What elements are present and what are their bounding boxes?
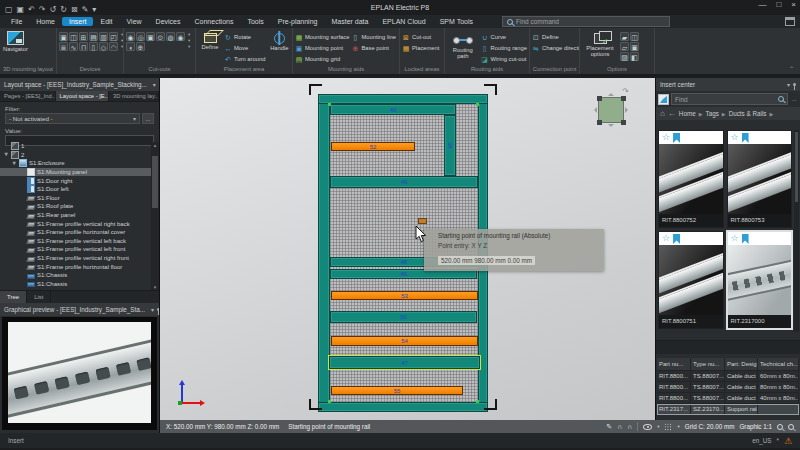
language[interactable]: en_US	[752, 437, 771, 444]
ribbon-tool-icon[interactable]: ◫	[630, 32, 639, 41]
object-snap-icon[interactable]: ∩	[627, 423, 632, 430]
grid-size[interactable]: Grid C: 20.00 mm	[685, 423, 735, 430]
tree-item-s1-frame-profile-vertical-right-back[interactable]: S1:Frame profile vertical right back	[0, 219, 151, 228]
breadcrumb-item-home[interactable]: Home	[679, 110, 696, 117]
ribbon-tool-icon[interactable]: ◉	[176, 32, 185, 41]
tab-tree[interactable]: Tree	[0, 291, 27, 303]
mounting-rail-53[interactable]: 53	[331, 291, 478, 300]
navcube-handle[interactable]	[621, 96, 626, 101]
tab-list[interactable]: List	[27, 291, 51, 303]
mounting-rail-52[interactable]: 52	[331, 142, 415, 151]
ribbon-tool-icon[interactable]: ◠	[109, 42, 118, 51]
table-row[interactable]: RIT.8800...TS.88007...Cable duct80mm x 8…	[657, 382, 799, 393]
redo-list-icon[interactable]: ↻	[60, 5, 67, 14]
bookmark-icon[interactable]	[673, 234, 680, 244]
menu-item-insert[interactable]: Insert	[62, 17, 94, 26]
part-card-rit-8800753[interactable]: ☆RIT.8800753	[727, 130, 793, 228]
navcube-handle[interactable]	[597, 120, 602, 125]
ribbon-button-turn-around[interactable]: ↶Turn around	[224, 54, 265, 64]
duct-40[interactable]: 40	[330, 104, 456, 115]
breadcrumb-item-tags[interactable]: Tags	[706, 110, 719, 117]
ribbon-tool-icon[interactable]: ⊙	[156, 32, 165, 41]
filter-dropdown[interactable]: - Not activated - ▾	[5, 113, 140, 124]
edit-icon[interactable]: ✎	[82, 5, 89, 14]
ribbon-button-mounting-point[interactable]: ▣Mounting point	[295, 43, 349, 53]
navcube-handle[interactable]	[621, 120, 626, 125]
insert-center-search-input[interactable]: Find	[671, 93, 788, 105]
ribbon-tool-icon[interactable]: ▥	[99, 32, 108, 41]
minimize-button[interactable]: —	[758, 0, 766, 9]
visibility-icon[interactable]	[643, 424, 652, 430]
ribbon-button-placement[interactable]: ▦Placement	[402, 43, 439, 53]
part-card-rit-8800751[interactable]: ☆RIT.8800751	[658, 231, 724, 329]
tree-item-s1-door-right[interactable]: S1:Door right	[0, 176, 151, 185]
snap-icon[interactable]: ∩	[617, 423, 622, 430]
layout-space-canvas[interactable]: ↷ Starting point of mounting rail (Absol…	[160, 78, 655, 420]
customize-quick-access-icon[interactable]: ▾	[92, 5, 96, 14]
find-command-box[interactable]: Find command	[502, 16, 670, 27]
zoom-in-icon[interactable]	[777, 424, 783, 430]
chevron-down-icon[interactable]: ▾	[657, 424, 659, 429]
ribbon-button-define[interactable]: ⊡Define	[532, 32, 579, 42]
ribbon-tool-icon[interactable]: ⊞	[79, 32, 88, 41]
dropdown-icon[interactable]: ▾	[787, 81, 790, 88]
ribbon-button-cut-out[interactable]: ⊠Cut-out	[402, 32, 439, 42]
panel-tab-3d-mounting-lay[interactable]: 3D mounting lay...	[109, 91, 159, 101]
zoom-out-icon[interactable]	[788, 424, 794, 430]
chevron-down-icon[interactable]: ▾	[188, 39, 190, 43]
duct-47[interactable]: 47	[329, 356, 480, 369]
ribbon-button-navigator[interactable]: Navigator	[2, 30, 29, 53]
ribbon-button-mounting-surface[interactable]: ▦Mounting surface	[295, 32, 349, 42]
navcube-arrow[interactable]	[608, 124, 614, 130]
duct-50[interactable]: 50	[330, 311, 477, 323]
ribbon-button-curve[interactable]: ∪Curve	[481, 32, 527, 42]
pin-icon[interactable]	[157, 308, 159, 311]
column-header[interactable]: Part: Desig...	[725, 358, 758, 370]
ribbon-tool-icon[interactable]: ≣	[59, 42, 68, 51]
ribbon-tool-icon[interactable]: ∿	[69, 42, 78, 51]
open-icon[interactable]: ▣	[17, 5, 25, 14]
new-icon[interactable]: ▢	[5, 5, 13, 14]
panel-splitter[interactable]	[656, 340, 800, 354]
ribbon-tool-icon[interactable]: ▣	[146, 32, 155, 41]
chevron-down-icon[interactable]: ▾	[121, 33, 123, 37]
panel-tab-layout-space-e[interactable]: Layout space - [E...	[56, 91, 109, 101]
tree-item-s1-frame-profile-vertical-left-back[interactable]: S1:Frame profile vertical left back	[0, 237, 151, 246]
ribbon-tool-icon[interactable]: ▯	[89, 42, 98, 51]
ribbon-tool-icon[interactable]: ◇	[99, 42, 108, 51]
ribbon-tool-icon[interactable]: ◖	[126, 42, 135, 51]
ribbon-tool-icon[interactable]: ⊕	[136, 42, 145, 51]
tree-item-s1-frame-profile-vertical-left-front[interactable]: S1:Frame profile vertical left front	[0, 245, 151, 254]
menu-item-master-data[interactable]: Master data	[324, 17, 375, 26]
menu-item-file[interactable]: File	[4, 17, 29, 26]
ribbon-tool-icon[interactable]: ◉	[126, 32, 135, 41]
cards-scrollbar[interactable]	[794, 130, 799, 332]
expander-icon[interactable]: ▶	[4, 152, 9, 158]
collapse-ribbon-button[interactable]: ⌃	[789, 65, 794, 72]
bookmark-icon[interactable]	[742, 133, 749, 143]
expander-icon[interactable]: ▶	[12, 160, 17, 166]
ribbon-tool-icon[interactable]: ◫	[69, 32, 78, 41]
chevron-down-icon[interactable]: ▾	[677, 424, 679, 429]
dropdown-icon[interactable]: ▾	[153, 81, 156, 88]
tree-item-s1-door-left[interactable]: S1:Door left	[0, 185, 151, 194]
panel-tab-pages-ees-ind[interactable]: Pages - [EES]_Ind...	[0, 91, 56, 101]
home-icon[interactable]: ⌂	[660, 109, 665, 118]
undo-icon[interactable]: ↶	[28, 5, 35, 14]
ribbon-button-wiring-cut-out[interactable]: ◪Wiring cut-out	[481, 54, 527, 64]
workspace-icon[interactable]	[785, 17, 795, 26]
chevron-down-icon[interactable]: ▾	[188, 45, 190, 49]
redo-icon[interactable]: ↷	[39, 5, 46, 14]
part-card-rit-8800752[interactable]: ☆RIT.8800752	[658, 130, 724, 228]
menu-item-eplan-cloud[interactable]: EPLAN Cloud	[375, 17, 432, 26]
rotate-view-icon[interactable]: ↷	[622, 87, 629, 96]
menu-item-pre-planning[interactable]: Pre-planning	[271, 17, 325, 26]
favorite-star-icon[interactable]: ☆	[731, 233, 739, 244]
menu-item-tools[interactable]: Tools	[240, 17, 270, 26]
ribbon-tool-icon[interactable]: ⊓	[79, 42, 88, 51]
table-row[interactable]: RIT.8800...TS.88007...Cable duct40mm x 8…	[657, 393, 799, 404]
maximize-button[interactable]: □	[776, 0, 781, 9]
warning-icon[interactable]: ⚠	[784, 436, 792, 446]
ribbon-button-routing-range[interactable]: ▯Routing range	[481, 43, 527, 53]
navcube-arrow[interactable]	[591, 107, 597, 113]
